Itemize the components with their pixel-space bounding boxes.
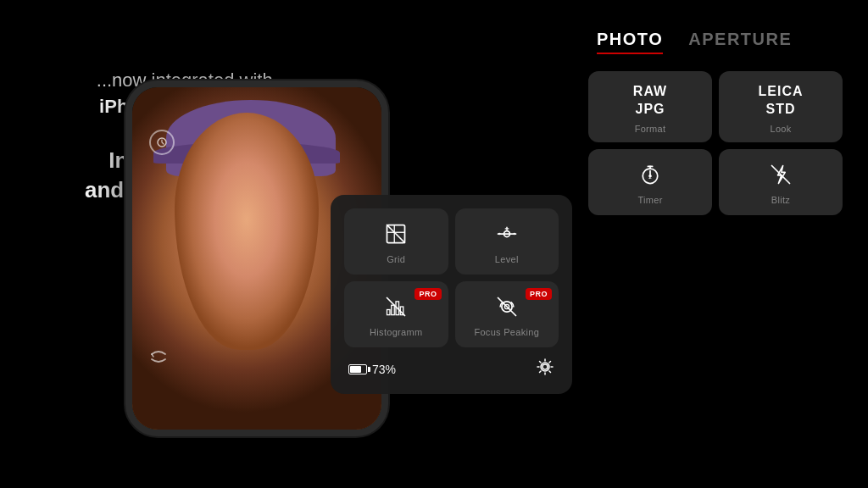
format-icon: RAW JPG bbox=[633, 83, 667, 119]
battery-icon bbox=[348, 364, 367, 374]
focus-peaking-pro-badge: PRO bbox=[526, 288, 552, 300]
histogram-pro-badge: PRO bbox=[415, 288, 441, 300]
level-button[interactable]: Level bbox=[455, 208, 559, 274]
level-icon bbox=[495, 222, 519, 249]
look-icon: LEICA STD bbox=[759, 83, 804, 119]
focus-peaking-label: Focus Peaking bbox=[474, 327, 539, 337]
tab-aperture[interactable]: APERTURE bbox=[688, 30, 792, 54]
timer-button[interactable]: 2 Timer bbox=[588, 149, 712, 215]
histogram-icon bbox=[384, 295, 408, 322]
timer-icon: 2 bbox=[638, 163, 662, 190]
flash-button[interactable]: Blitz bbox=[719, 149, 843, 215]
overlay-bottom-bar: 73% bbox=[344, 358, 559, 380]
grid-button[interactable]: Grid bbox=[344, 208, 448, 274]
svg-line-9 bbox=[387, 225, 405, 243]
svg-point-12 bbox=[498, 233, 501, 236]
histogram-button[interactable]: PRO Histogramm bbox=[344, 281, 448, 347]
battery-fill bbox=[350, 366, 361, 373]
camera-mode-icon bbox=[149, 130, 175, 155]
svg-point-13 bbox=[513, 233, 515, 236]
battery-indicator: 73% bbox=[348, 363, 396, 376]
histogram-label: Histogramm bbox=[370, 327, 422, 337]
flash-label: Blitz bbox=[771, 195, 790, 205]
tab-bar: PHOTO APERTURE bbox=[588, 30, 843, 54]
focus-peaking-button[interactable]: PRO Focus Peaking bbox=[455, 281, 559, 347]
main-controls-grid: RAW JPG Format LEICA STD Look 2 bbox=[588, 71, 843, 215]
flash-icon bbox=[769, 163, 793, 190]
battery-percentage: 73% bbox=[372, 363, 396, 376]
tab-photo[interactable]: PHOTO bbox=[597, 30, 663, 54]
svg-text:2: 2 bbox=[648, 174, 652, 180]
svg-rect-15 bbox=[392, 305, 395, 314]
settings-button[interactable] bbox=[536, 358, 554, 380]
look-label: Look bbox=[770, 124, 791, 134]
focus-peaking-icon bbox=[495, 295, 519, 322]
level-label: Level bbox=[495, 254, 519, 264]
camera-flip-icon bbox=[149, 347, 168, 370]
format-button[interactable]: RAW JPG Format bbox=[588, 71, 712, 142]
look-button[interactable]: LEICA STD Look bbox=[719, 71, 843, 142]
grid-label: Grid bbox=[387, 254, 405, 264]
timer-label: Timer bbox=[637, 195, 662, 205]
format-label: Format bbox=[635, 124, 666, 134]
svg-point-22 bbox=[542, 364, 548, 369]
svg-line-1 bbox=[152, 354, 153, 357]
overlay-controls-grid: Grid Level PRO bbox=[344, 208, 559, 347]
right-panel: PHOTO APERTURE RAW JPG Format LEICA STD … bbox=[588, 30, 843, 215]
grid-icon bbox=[384, 222, 408, 249]
overlay-panel: Grid Level PRO bbox=[331, 195, 572, 394]
svg-rect-14 bbox=[387, 310, 391, 315]
